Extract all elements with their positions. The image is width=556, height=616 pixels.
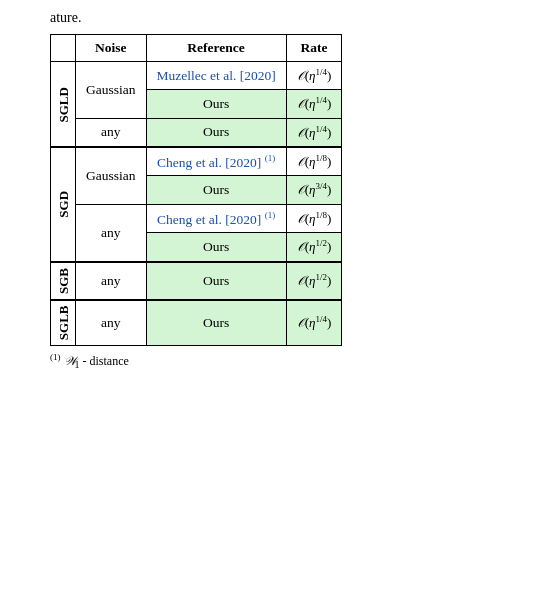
intro-text: ature. — [50, 10, 546, 26]
sglb-label: SGLB — [51, 300, 76, 346]
rate-9: 𝒪(η1/4) — [286, 300, 342, 346]
empty-header — [51, 35, 76, 62]
ours-ref-2: Ours — [146, 118, 286, 147]
table-row: SGB any Ours 𝒪(η1/2) — [51, 262, 342, 300]
ours-ref-1: Ours — [146, 90, 286, 118]
rate-5: 𝒪(η3/4) — [286, 176, 342, 204]
ours-ref-3: Ours — [146, 176, 286, 204]
ours-ref-4: Ours — [146, 233, 286, 262]
footnote-text: (1) 𝒲1 - distance — [50, 352, 129, 370]
noise-header: Noise — [76, 35, 147, 62]
cheng-ref-1: Cheng et al. [2020] (1) — [146, 147, 286, 176]
rate-header: Rate — [286, 35, 342, 62]
sgld-label: SGLD — [51, 62, 76, 147]
ours-ref-5: Ours — [146, 262, 286, 300]
ours-ref-6: Ours — [146, 300, 286, 346]
muzellec-reference: Muzellec et al. [2020] — [146, 62, 286, 90]
table-row: SGLB any Ours 𝒪(η1/4) — [51, 300, 342, 346]
any-noise-1: any — [76, 118, 147, 147]
rate-7: 𝒪(η1/2) — [286, 233, 342, 262]
rate-6: 𝒪(η1/8) — [286, 204, 342, 233]
rate-3: 𝒪(η1/4) — [286, 118, 342, 147]
sgd-label: SGD — [51, 147, 76, 262]
comparison-table: Noise Reference Rate SGLD Gaussian Muzel… — [50, 34, 342, 346]
reference-header: Reference — [146, 35, 286, 62]
table-row: SGLD Gaussian Muzellec et al. [2020] 𝒪(η… — [51, 62, 342, 90]
any-noise-4: any — [76, 300, 147, 346]
any-noise-3: any — [76, 262, 147, 300]
rate-2: 𝒪(η1/4) — [286, 90, 342, 118]
footnote: (1) 𝒲1 - distance — [50, 352, 546, 370]
rate-8: 𝒪(η1/2) — [286, 262, 342, 300]
any-noise-2: any — [76, 204, 147, 261]
gaussian-noise-1: Gaussian — [76, 62, 147, 119]
table-row: any Cheng et al. [2020] (1) 𝒪(η1/8) — [51, 204, 342, 233]
cheng-ref-2: Cheng et al. [2020] (1) — [146, 204, 286, 233]
rate-4: 𝒪(η1/8) — [286, 147, 342, 176]
rate-1: 𝒪(η1/4) — [286, 62, 342, 90]
table-row: any Ours 𝒪(η1/4) — [51, 118, 342, 147]
gaussian-noise-2: Gaussian — [76, 147, 147, 204]
sgb-label: SGB — [51, 262, 76, 300]
table-row: SGD Gaussian Cheng et al. [2020] (1) 𝒪(η… — [51, 147, 342, 176]
table-container: Noise Reference Rate SGLD Gaussian Muzel… — [50, 34, 546, 346]
